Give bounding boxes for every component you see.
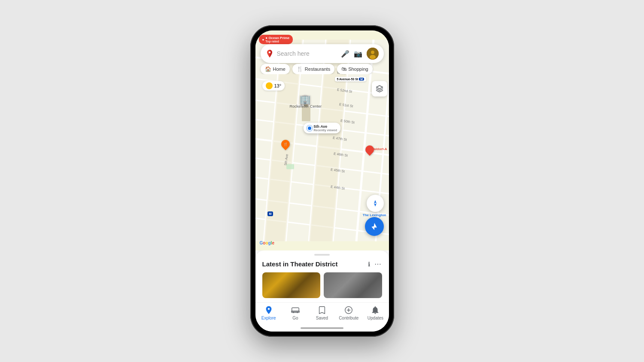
tab-saved[interactable]: Saved [309, 305, 335, 320]
photo-card-1[interactable] [262, 272, 321, 298]
map-background: W 55th St W 5... E 52nd St E 51st St E 5… [255, 30, 389, 250]
phone-screen: W 55th St W 5... E 52nd St E 51st St E 5… [255, 30, 389, 332]
user-avatar[interactable] [367, 48, 379, 60]
tab-updates[interactable]: Updates [362, 305, 389, 320]
map-svg [255, 30, 389, 250]
restaurants-chip-label: Restaurants [305, 66, 330, 72]
tab-explore[interactable]: Explore [255, 305, 282, 320]
go-tab-label: Go [292, 316, 298, 320]
contribute-tab-icon [344, 305, 353, 315]
ocean-prime-sub: Top rated [265, 40, 289, 43]
search-bar[interactable]: Search here 🎤 📷 [261, 44, 384, 63]
explore-tab-label: Explore [261, 316, 276, 320]
avatar-image [367, 48, 379, 60]
search-action-icons: 🎤 📷 [341, 48, 379, 60]
directions-button[interactable] [365, 217, 384, 236]
shopping-chip-icon: 🛍 [341, 66, 346, 72]
waldorf-marker[interactable] [365, 145, 374, 154]
tab-bar: Explore Go Saved [255, 302, 389, 325]
google-logo: Google [260, 241, 274, 245]
compass-icon [371, 199, 379, 207]
bottom-panel: Latest in Theater District ℹ ⋯ [255, 250, 389, 332]
layers-icon [376, 85, 383, 93]
record-icon: ● [262, 38, 264, 42]
recently-viewed-label: Recently viewed [314, 129, 337, 132]
more-button[interactable]: ⋯ [374, 260, 382, 268]
info-button[interactable]: ℹ [368, 261, 370, 268]
saved-tab-label: Saved [316, 316, 328, 320]
ocean-prime-name: ● Ocean Prime [265, 36, 289, 40]
metro-icon: M [359, 78, 364, 81]
ocean-prime-badge[interactable]: ● ● Ocean Prime Top rated [259, 35, 293, 44]
rockefeller-icon: 🏢 [299, 94, 311, 105]
home-indicator [255, 325, 389, 332]
restaurants-chip-icon: 🍴 [297, 66, 303, 72]
blue-dot-marker [307, 126, 312, 131]
fifth-ave-label: 5th Ave [314, 124, 337, 129]
tab-contribute[interactable]: Contribute [335, 305, 362, 320]
microphone-icon[interactable]: 🎤 [341, 50, 349, 58]
latest-header-actions: ℹ ⋯ [368, 260, 382, 268]
fifth-ave-bubble[interactable]: 5th Ave Recently viewed [304, 123, 340, 133]
sun-icon [266, 82, 273, 89]
svg-point-27 [293, 312, 294, 313]
tab-go[interactable]: Go [282, 305, 309, 320]
navigation-button[interactable] [367, 195, 384, 212]
phone-frame: W 55th St W 5... E 52nd St E 51st St E 5… [250, 25, 394, 337]
directions-icon [370, 222, 379, 231]
restaurant-marker[interactable]: 🍴 [281, 140, 290, 148]
home-chip-icon: 🏠 [265, 66, 271, 72]
home-bar [301, 327, 343, 329]
saved-tab-icon [317, 305, 327, 315]
svg-point-23 [371, 51, 374, 54]
updates-tab-icon [371, 305, 380, 315]
shopping-chip-label: Shopping [348, 66, 368, 72]
go-tab-icon [291, 305, 300, 315]
search-placeholder[interactable]: Search here [277, 50, 341, 57]
latest-section: Latest in Theater District ℹ ⋯ [255, 260, 389, 302]
latest-title: Latest in Theater District [262, 260, 338, 268]
layer-button[interactable] [372, 81, 387, 97]
shopping-chip[interactable]: 🛍 Shopping [337, 64, 373, 74]
r-ctr-metro: M [267, 211, 273, 216]
map-container[interactable]: W 55th St W 5... E 52nd St E 51st St E 5… [255, 30, 389, 250]
fifth-ave-metro: 5 Avenue-53 St M [335, 77, 367, 81]
temperature: 13° [274, 83, 282, 88]
svg-point-24 [370, 55, 376, 59]
svg-point-28 [297, 312, 298, 313]
home-chip[interactable]: 🏠 Home [261, 64, 290, 74]
photos-row [262, 272, 382, 298]
latest-header: Latest in Theater District ℹ ⋯ [262, 260, 382, 268]
svg-point-21 [268, 51, 270, 54]
home-chip-label: Home [273, 66, 286, 72]
weather-badge: 13° [262, 81, 285, 90]
explore-tab-icon [264, 305, 273, 315]
photo-card-2[interactable] [324, 272, 382, 298]
drag-handle[interactable] [314, 254, 330, 256]
lexington-label: The Lexington [363, 213, 386, 217]
updates-tab-label: Updates [368, 316, 383, 320]
filter-chips: 🏠 Home 🍴 Restaurants 🛍 Shopping [255, 64, 389, 74]
contribute-tab-label: Contribute [339, 316, 358, 320]
restaurants-chip[interactable]: 🍴 Restaurants [292, 64, 334, 74]
camera-icon[interactable]: 📷 [354, 50, 362, 58]
google-maps-logo [266, 50, 273, 57]
